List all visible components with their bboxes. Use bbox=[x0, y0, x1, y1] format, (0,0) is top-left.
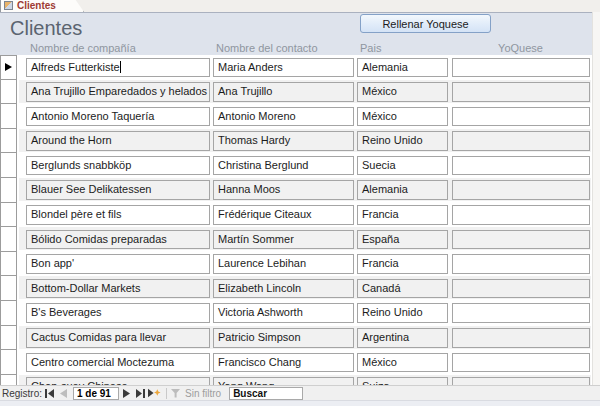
country-field[interactable]: Alemania bbox=[357, 58, 448, 78]
rellenar-yoquese-button[interactable]: Rellenar Yoquese bbox=[360, 14, 491, 33]
yoquese-field[interactable] bbox=[452, 156, 590, 176]
record-row: Cactus Comidas para llevarPatricio Simps… bbox=[0, 326, 592, 351]
search-input[interactable] bbox=[229, 387, 303, 400]
column-header-yoquese: YoQuese bbox=[452, 42, 589, 54]
company-field[interactable]: Berglunds snabbköp bbox=[26, 156, 210, 176]
contact-field[interactable]: Yang Wang bbox=[213, 377, 354, 385]
vertical-scrollbar-track[interactable] bbox=[592, 12, 600, 385]
record-row: Antonio Moreno TaqueríaAntonio MorenoMéx… bbox=[0, 104, 592, 129]
yoquese-field[interactable] bbox=[452, 353, 590, 373]
company-field[interactable]: Chop-suey Chinese bbox=[26, 377, 210, 385]
contact-field[interactable]: Ana Trujillo bbox=[213, 82, 354, 102]
filter-toggle-button[interactable]: Sin filtro bbox=[171, 388, 221, 399]
country-field[interactable]: Suecia bbox=[357, 156, 448, 176]
record-selector[interactable] bbox=[0, 55, 17, 80]
company-field[interactable]: Antonio Moreno Taquería bbox=[26, 107, 210, 127]
contact-field[interactable]: Antonio Moreno bbox=[213, 107, 354, 127]
contact-field[interactable]: Elizabeth Lincoln bbox=[213, 279, 354, 299]
form-header: Clientes Rellenar Yoquese Nombre de comp… bbox=[0, 12, 592, 55]
contact-field[interactable]: Frédérique Citeaux bbox=[213, 205, 354, 225]
record-row: Around the HornThomas HardyReino Unido bbox=[0, 129, 592, 154]
record-selector[interactable] bbox=[0, 128, 17, 154]
yoquese-field[interactable] bbox=[452, 180, 590, 200]
funnel-icon bbox=[171, 389, 181, 398]
record-selector[interactable] bbox=[0, 177, 17, 203]
record-selector[interactable] bbox=[0, 325, 17, 351]
company-field[interactable]: Bon app' bbox=[26, 254, 210, 274]
country-field[interactable]: México bbox=[357, 107, 448, 127]
yoquese-field[interactable] bbox=[452, 377, 590, 385]
company-field[interactable]: Alfreds Futterkiste bbox=[26, 58, 210, 78]
country-field[interactable]: Francia bbox=[357, 205, 448, 225]
record-selector[interactable] bbox=[0, 374, 17, 385]
company-field[interactable]: Centro comercial Moctezuma bbox=[26, 353, 210, 373]
record-label: Registro: bbox=[2, 388, 42, 399]
record-position-input[interactable] bbox=[73, 387, 119, 400]
country-field[interactable]: Canadá bbox=[357, 279, 448, 299]
country-field[interactable]: Reino Unido bbox=[357, 303, 448, 323]
country-field[interactable]: México bbox=[357, 353, 448, 373]
country-field[interactable]: Francia bbox=[357, 254, 448, 274]
record-row: Bon app'Laurence LebihanFrancia bbox=[0, 252, 592, 277]
contact-field[interactable]: Patricio Simpson bbox=[213, 328, 354, 348]
record-selector[interactable] bbox=[0, 275, 17, 301]
contact-field[interactable]: Thomas Hardy bbox=[213, 131, 354, 151]
record-row: Bólido Comidas preparadasMartín SommerEs… bbox=[0, 227, 592, 252]
record-selector[interactable] bbox=[0, 300, 17, 326]
tab-clientes[interactable]: Clientes bbox=[0, 0, 84, 12]
contact-field[interactable]: Francisco Chang bbox=[213, 353, 354, 373]
record-selector[interactable] bbox=[0, 251, 17, 277]
record-selector[interactable] bbox=[0, 349, 17, 375]
document-tab-bar: Clientes bbox=[0, 0, 600, 12]
record-selector[interactable] bbox=[0, 79, 17, 105]
yoquese-field[interactable] bbox=[452, 205, 590, 225]
contact-field[interactable]: Christina Berglund bbox=[213, 156, 354, 176]
page-title: Clientes bbox=[10, 17, 82, 40]
next-record-button[interactable] bbox=[120, 387, 133, 400]
column-header-country: Pais bbox=[360, 42, 381, 54]
company-field[interactable]: Blondel père et fils bbox=[26, 205, 210, 225]
yoquese-field[interactable] bbox=[452, 328, 590, 348]
record-row: Alfreds FutterkisteMaria AndersAlemania bbox=[0, 55, 592, 80]
navbar-separator bbox=[166, 388, 167, 399]
company-field[interactable]: Around the Horn bbox=[26, 131, 210, 151]
company-field[interactable]: Bólido Comidas preparadas bbox=[26, 230, 210, 250]
column-header-company: Nombre de compañía bbox=[30, 42, 136, 54]
tab-label: Clientes bbox=[17, 1, 56, 11]
yoquese-field[interactable] bbox=[452, 82, 590, 102]
company-field[interactable]: Cactus Comidas para llevar bbox=[26, 328, 210, 348]
first-record-button[interactable] bbox=[43, 387, 56, 400]
column-header-contact: Nombre del contacto bbox=[216, 42, 318, 54]
record-selector[interactable] bbox=[0, 202, 17, 228]
yoquese-field[interactable] bbox=[452, 254, 590, 274]
country-field[interactable]: Alemania bbox=[357, 180, 448, 200]
new-record-button[interactable] bbox=[148, 387, 161, 400]
country-field[interactable]: México bbox=[357, 82, 448, 102]
yoquese-field[interactable] bbox=[452, 303, 590, 323]
yoquese-field[interactable] bbox=[452, 131, 590, 151]
contact-field[interactable]: Martín Sommer bbox=[213, 230, 354, 250]
company-field[interactable]: Ana Trujillo Emparedados y helados bbox=[26, 82, 210, 102]
yoquese-field[interactable] bbox=[452, 230, 590, 250]
country-field[interactable]: Reino Unido bbox=[357, 131, 448, 151]
previous-record-button[interactable] bbox=[57, 387, 70, 400]
yoquese-field[interactable] bbox=[452, 58, 590, 78]
filter-status-label: Sin filtro bbox=[185, 388, 221, 399]
contact-field[interactable]: Laurence Lebihan bbox=[213, 254, 354, 274]
country-field[interactable]: Suiza bbox=[357, 377, 448, 385]
contact-field[interactable]: Victoria Ashworth bbox=[213, 303, 354, 323]
yoquese-field[interactable] bbox=[452, 107, 590, 127]
company-field[interactable]: Bottom-Dollar Markets bbox=[26, 279, 210, 299]
record-selector[interactable] bbox=[0, 226, 17, 252]
country-field[interactable]: España bbox=[357, 230, 448, 250]
company-field[interactable]: B's Beverages bbox=[26, 303, 210, 323]
contact-field[interactable]: Maria Anders bbox=[213, 58, 354, 78]
country-field[interactable]: Argentina bbox=[357, 328, 448, 348]
company-field[interactable]: Blauer See Delikatessen bbox=[26, 180, 210, 200]
last-record-button[interactable] bbox=[134, 387, 147, 400]
record-selector[interactable] bbox=[0, 152, 17, 178]
yoquese-field[interactable] bbox=[452, 279, 590, 299]
record-selector[interactable] bbox=[0, 103, 17, 129]
text-cursor bbox=[120, 61, 121, 73]
contact-field[interactable]: Hanna Moos bbox=[213, 180, 354, 200]
